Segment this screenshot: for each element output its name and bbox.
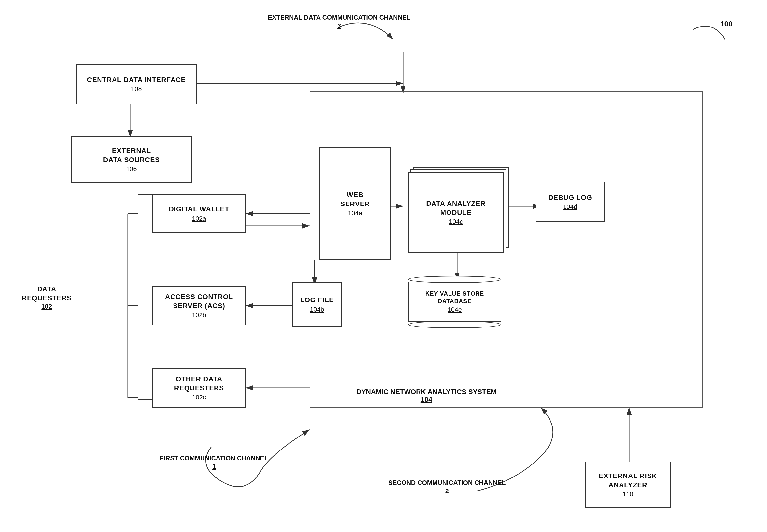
data-requesters-label: DATAREQUESTERS 102 bbox=[10, 285, 83, 310]
ref-100: 100 bbox=[720, 20, 733, 28]
cylinder-top bbox=[408, 276, 501, 283]
data-analyzer-id: 104c bbox=[449, 218, 463, 226]
first-comm-channel-label: FIRST COMMUNICATION CHANNEL 1 bbox=[160, 454, 268, 471]
access-control-server-id: 102b bbox=[192, 311, 206, 319]
digital-wallet-id: 102a bbox=[192, 215, 206, 222]
key-value-store-id: 104e bbox=[447, 306, 462, 314]
web-server-box: WEBSERVER 104a bbox=[320, 147, 391, 260]
central-data-interface-label: CENTRAL DATA INTERFACE bbox=[87, 75, 186, 84]
requesters-bracket bbox=[138, 194, 152, 400]
other-data-requesters-label: OTHER DATAREQUESTERS bbox=[174, 375, 224, 393]
debug-log-id: 104d bbox=[563, 203, 577, 211]
digital-wallet-box: DIGITAL WALLET 102a bbox=[152, 194, 246, 233]
central-data-interface-id: 108 bbox=[131, 85, 141, 93]
cylinder-body: KEY VALUE STOREDATABASE 104e bbox=[408, 282, 501, 322]
data-analyzer-label: DATA ANALYZERMODULE bbox=[426, 199, 486, 217]
diagram-container: 100 CENTRAL DATA INTERFACE 108 EXTERNALD… bbox=[0, 0, 767, 532]
log-file-id: 104b bbox=[310, 306, 324, 313]
external-risk-analyzer-label: EXTERNAL RISKANALYZER bbox=[599, 472, 657, 490]
debug-log-box: DEBUG LOG 104d bbox=[536, 182, 605, 222]
second-comm-channel-label: SECOND COMMUNICATION CHANNEL 2 bbox=[388, 479, 506, 495]
external-risk-analyzer-id: 110 bbox=[623, 491, 633, 498]
cylinder-bottom bbox=[408, 321, 501, 328]
key-value-store: KEY VALUE STOREDATABASE 104e bbox=[408, 275, 501, 329]
log-file-label: LOG FILE bbox=[300, 296, 334, 304]
external-data-sources-box: EXTERNALDATA SOURCES 106 bbox=[71, 136, 192, 183]
external-risk-analyzer-box: EXTERNAL RISKANALYZER 110 bbox=[585, 462, 671, 508]
digital-wallet-label: DIGITAL WALLET bbox=[169, 205, 229, 214]
data-analyzer-box: DATA ANALYZERMODULE 104c bbox=[408, 172, 504, 253]
debug-log-label: DEBUG LOG bbox=[548, 193, 592, 202]
access-control-server-label: ACCESS CONTROLSERVER (ACS) bbox=[165, 292, 233, 310]
key-value-store-label: KEY VALUE STOREDATABASE bbox=[425, 290, 484, 305]
web-server-id: 104a bbox=[348, 209, 362, 217]
central-data-interface-box: CENTRAL DATA INTERFACE 108 bbox=[76, 64, 197, 104]
other-data-requesters-box: OTHER DATAREQUESTERS 102c bbox=[152, 368, 246, 408]
external-data-sources-label: EXTERNALDATA SOURCES bbox=[103, 146, 160, 164]
external-data-sources-id: 106 bbox=[126, 165, 137, 173]
dnas-label: DYNAMIC NETWORK ANALYTICS SYSTEM 104 bbox=[356, 388, 496, 404]
access-control-server-box: ACCESS CONTROLSERVER (ACS) 102b bbox=[152, 286, 246, 325]
other-data-requesters-id: 102c bbox=[192, 394, 206, 401]
log-file-box: LOG FILE 104b bbox=[293, 282, 342, 327]
external-data-comm-channel-label: EXTERNAL DATA COMMUNICATION CHANNEL 3 bbox=[268, 14, 411, 30]
web-server-label: WEBSERVER bbox=[340, 191, 370, 208]
